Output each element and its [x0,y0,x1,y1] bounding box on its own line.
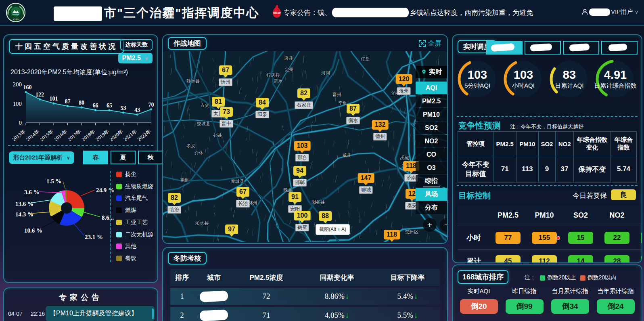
legend-swatch-icon [116,232,122,237]
expand-icon [419,40,426,47]
svg-text:2021年: 2021年 [123,128,138,142]
city-marker[interactable]: 147聊城 [358,173,374,194]
city-name-label: 石家庄 [295,101,313,109]
table-row: 今年不变目标值71113937保持不变5.74 [458,156,637,183]
svg-text:43: 43 [134,107,140,113]
prediction-title: 竞争性预测 [458,120,501,131]
pollutant-pill: 1.2 [641,255,642,264]
map-menu-item[interactable]: NO2 [416,135,447,147]
marker-pointer-icon [410,198,414,201]
table-header-row: PM2.5PM10SO2NO2CO [458,205,642,226]
gauge-label: 小时AQI [500,82,546,89]
user-label: VIP用户 [611,8,633,16]
city-marker[interactable]: 87衡水 [346,104,360,124]
marker-pointer-icon [172,202,177,205]
zoom-in-button[interactable]: + [423,218,437,232]
season-tab[interactable]: 春 [83,151,108,164]
city-marker[interactable]: 82临汾 [167,193,181,214]
city-marker[interactable]: 84阳泉 [255,98,269,118]
map-menu-item[interactable]: O3 [416,162,447,174]
table-cell: 155 [526,232,562,244]
table-row[interactable]: 2714.05%↓5.5%↓ [170,307,440,321]
aqi-badge: 147 [358,173,374,183]
aqi-badge: 120 [396,74,412,84]
table-cell [194,310,234,321]
ranking-label: 实时AQI [456,287,502,296]
map-place-label: 阳谷县 [312,199,325,205]
season-tab[interactable]: 夏 [111,151,136,164]
map-canvas[interactable]: 静乐县古交交城县祁县孝义介休霍州沁水县黎城县林州唐县定州行唐县新乐任丘河间晋州辛… [163,51,447,242]
pollutant-select[interactable]: PM2.5 ∨ [118,53,153,63]
source-analysis-select[interactable]: 邢台2021年源解析 ∨ [9,151,74,164]
aqi-badge: 118 [384,230,400,239]
map-menu-item[interactable]: CO [416,148,447,161]
legend-item: 燃煤 [116,207,153,214]
column-header: 同期变化率 [299,273,375,282]
rank-pill: 倒20 [460,299,498,314]
map-menu-item[interactable]: 综指 [416,175,447,187]
legend-swatch-icon [116,172,122,177]
map-menu-item[interactable]: PM10 [416,108,447,121]
legend-label: 汽车尾气 [125,195,148,202]
svg-text:160: 160 [23,84,32,90]
marker-pointer-icon [301,98,306,101]
fullscreen-button[interactable]: 全屏 [419,39,441,48]
user-menu[interactable]: VIP用户 ∨ [581,8,638,16]
gauge-value: 83 [546,68,592,82]
table-cell: 112 [526,255,562,264]
city-marker[interactable]: 132德州 [372,120,389,141]
legend-swatch-icon [116,184,122,189]
city-marker[interactable]: 120沧州 [396,74,412,95]
down-arrow-icon: ↓ [414,311,418,319]
legend-swatch-icon [116,195,122,201]
map-header: 作战地图 全屏 [163,35,447,51]
legend-label: 倒数20以内 [588,274,617,281]
marker-pointer-icon [389,239,394,242]
dispatch-tab[interactable] [486,41,523,55]
city-name-label: 德州 [373,133,387,141]
season-tab[interactable]: 秋 [138,151,163,164]
city-marker[interactable]: 97 [225,224,238,237]
dispatch-tab[interactable] [525,41,561,55]
gauge-value: 103 [500,68,546,82]
city-marker[interactable]: 91安阳 [288,192,302,213]
pollutant-pill: 77 [496,232,521,244]
city-marker[interactable]: 67忻州 [219,65,232,86]
map-menu-item[interactable]: 风场 [416,188,447,201]
map-menu-item[interactable]: 分布 [416,201,447,214]
column-header: 年综合指数 [611,132,637,156]
scrollbar-thumb[interactable] [152,308,154,319]
legend-swatch-icon [540,275,545,281]
dispatch-tab[interactable] [563,41,599,55]
city-marker[interactable]: 118 [384,230,400,242]
column-header: PM10 [516,132,538,156]
legend-swatch-icon [116,256,122,261]
map-place-label: 威县 [342,152,351,158]
svg-text:65: 65 [107,103,112,109]
pollutant-pill: 112 [532,255,557,264]
city-name-label: 阳泉 [255,111,269,118]
dispatch-tabs [484,41,638,55]
map-menu-item[interactable]: PM2.5 [416,95,447,107]
standard-days-button[interactable]: 达标天数 [120,39,153,50]
city-marker[interactable]: 73晋中 [220,107,233,128]
announcement-entry[interactable]: 【PM10上升提醒及管控建议】 [46,306,155,321]
city-marker[interactable]: 67长治 [236,187,250,208]
city-marker[interactable]: 88 [319,211,332,223]
map-menu-item[interactable]: SO2 [416,122,447,134]
svg-text:2020年: 2020年 [109,128,124,142]
column-header: 管控项 [458,132,493,156]
city-marker[interactable]: 82石家庄 [295,88,313,109]
prediction-table: 管控项PM2.5PM10SO2NO2年综合指数变化年综合指数今年不变目标值711… [458,131,637,183]
city-marker[interactable]: 100鹤壁 [294,211,311,231]
city-marker[interactable]: 94邯郸 [293,166,307,187]
aqi-badge: 91 [289,192,301,202]
table-row[interactable]: 1728.86%↓5.4%↓ [170,288,440,305]
map-menu-item[interactable]: 实时 [416,66,447,78]
dispatch-tab[interactable] [601,41,638,55]
city-marker[interactable]: 103邢台 [294,141,311,162]
aqi-badge: 103 [294,141,311,151]
marker-pointer-icon [223,75,228,78]
map-menu-item[interactable]: AQI [416,82,447,94]
svg-text:122: 122 [36,92,44,98]
